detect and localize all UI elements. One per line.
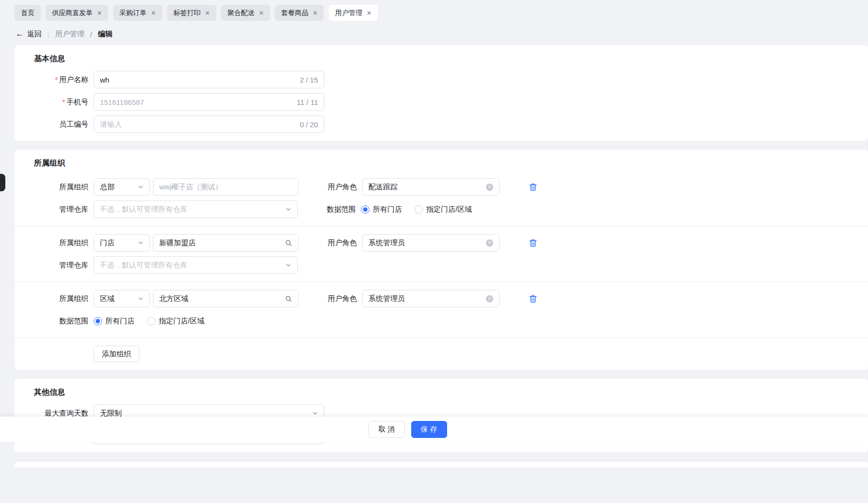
tab-bar: 首页 供应商直发单 ✕ 采购订单 ✕ 标签打印 ✕ 聚合配送 ✕ 套餐商品 ✕ … [0,0,868,23]
close-icon[interactable]: ✕ [151,10,156,16]
phone-label: *手机号 [15,98,88,107]
role-input[interactable]: 系统管理员 ✕ [362,290,500,307]
phone-row: *手机号 15161186587 11 / 11 [15,93,868,111]
section-title-basic-info: 基本信息 [15,52,868,66]
radio-unselected-icon [415,205,423,214]
breadcrumb-section[interactable]: 用户管理 [55,30,84,39]
radio-all-stores[interactable]: 所有门店 [361,205,402,214]
search-icon[interactable] [285,295,292,302]
required-mark: * [62,98,65,106]
warehouse-select[interactable]: 不选，默认可管理所有仓库 [94,256,298,274]
breadcrumb-separator: / [90,30,92,38]
tab-home[interactable]: 首页 [15,5,41,21]
username-row: *用户名称 wh 2 / 15 [15,71,868,88]
tab-purchase-order[interactable]: 采购订单 ✕ [113,5,162,21]
org-row: 所属组织 区域 北方区域 用户角色 系统管理员 ✕ [15,290,868,307]
org-row: 所属组织 总部 wwj椰子店（测试） 用户角色 配送跟踪 ✕ [15,178,868,196]
radio-label: 指定门店/区域 [426,205,472,214]
radio-unselected-icon [147,317,155,325]
add-org-button[interactable]: 添加组织 [94,346,139,362]
tab-label: 套餐商品 [281,9,308,17]
role-label: 用户角色 [299,294,357,303]
org-name-input[interactable]: 新疆加盟店 [153,234,299,252]
close-icon[interactable]: ✕ [367,10,371,16]
radio-label: 指定门店/区域 [159,317,204,326]
org-name-input[interactable]: 北方区域 [153,290,299,307]
org-label: 所属组织 [15,183,88,192]
clear-icon[interactable]: ✕ [486,184,493,191]
org-name-value: 新疆加盟店 [159,238,281,248]
partial-card-edge [15,461,868,468]
employee-no-counter: 0 / 20 [300,120,318,129]
role-value: 系统管理员 [368,238,482,248]
warehouse-placeholder: 不选，默认可管理所有仓库 [100,205,282,214]
org-type-value: 区域 [100,294,134,303]
back-arrow-icon: ← [16,29,24,39]
radio-label: 所有门店 [373,205,402,214]
add-org-row: 添加组织 [15,337,868,362]
radio-label: 所有门店 [105,317,134,326]
back-button[interactable]: ← 返回 [16,29,42,39]
chevron-down-icon [138,240,144,246]
breadcrumb-divider: | [48,30,50,38]
org-name-value: wwj椰子店（测试） [159,183,292,192]
tab-label: 标签打印 [173,9,200,17]
org-type-select[interactable]: 区域 [94,290,150,307]
basic-info-card: 基本信息 *用户名称 wh 2 / 15 *手机号 15161186587 11… [15,45,868,141]
breadcrumb-current: 编辑 [98,30,113,39]
phone-counter: 11 / 11 [297,98,318,106]
username-input[interactable]: wh 2 / 15 [94,71,324,88]
close-icon[interactable]: ✕ [313,10,317,16]
close-icon[interactable]: ✕ [259,10,264,16]
tab-label: 用户管理 [335,9,362,17]
org-name-value: 北方区域 [159,294,281,303]
org-type-select[interactable]: 总部 [94,178,150,196]
scope-label: 数据范围 [15,317,88,326]
clear-icon[interactable]: ✕ [486,295,493,302]
role-label: 用户角色 [299,238,357,248]
footer-action-bar: 取 消 保 存 [0,417,868,442]
tab-combo-product[interactable]: 套餐商品 ✕ [275,5,324,21]
delete-org-trash-icon[interactable] [529,238,537,248]
tab-label: 供应商直发单 [52,9,93,17]
drawer-handle[interactable] [0,174,5,191]
radio-specified-stores[interactable]: 指定门店/区域 [147,317,204,326]
save-button[interactable]: 保 存 [411,421,447,438]
search-icon[interactable] [285,239,292,247]
delete-org-trash-icon[interactable] [529,183,537,192]
warehouse-label: 管理仓库 [15,205,88,214]
required-mark: * [55,75,58,84]
cancel-button[interactable]: 取 消 [368,421,404,438]
phone-value: 15161186587 [100,98,292,106]
org-group-3: 所属组织 区域 北方区域 用户角色 系统管理员 ✕ 数据范围 所有门店 [15,282,868,337]
tab-label: 采购订单 [119,9,147,17]
close-icon[interactable]: ✕ [97,10,102,16]
role-input[interactable]: 配送跟踪 ✕ [362,178,500,196]
chevron-down-icon [285,262,291,268]
org-type-select[interactable]: 门店 [94,234,150,252]
tab-label: 聚合配送 [227,9,254,17]
scope-row: 数据范围 所有门店 指定门店/区域 [15,312,868,330]
tab-aggregate-delivery[interactable]: 聚合配送 ✕ [221,5,270,21]
tab-supplier-direct-order[interactable]: 供应商直发单 ✕ [46,5,108,21]
employee-no-input[interactable]: 请输入 0 / 20 [94,116,324,133]
org-label: 所属组织 [15,294,88,303]
clear-icon[interactable]: ✕ [486,239,493,247]
tab-user-management[interactable]: 用户管理 ✕ [329,5,378,21]
phone-input[interactable]: 15161186587 11 / 11 [94,93,324,111]
warehouse-label: 管理仓库 [15,261,88,270]
back-label: 返回 [27,30,42,39]
warehouse-select[interactable]: 不选，默认可管理所有仓库 [94,201,298,218]
close-icon[interactable]: ✕ [205,10,210,16]
org-name-input[interactable]: wwj椰子店（测试） [153,178,299,196]
radio-specified-stores[interactable]: 指定门店/区域 [415,205,472,214]
radio-all-stores[interactable]: 所有门店 [94,317,134,326]
tab-label-print[interactable]: 标签打印 ✕ [167,5,216,21]
warehouse-placeholder: 不选，默认可管理所有仓库 [100,261,282,270]
breadcrumb: ← 返回 | 用户管理 / 编辑 [0,23,868,45]
section-title-organization: 所属组织 [15,156,868,170]
org-group-2: 所属组织 门店 新疆加盟店 用户角色 系统管理员 ✕ 管理仓库 不选，默认可管理… [15,226,868,282]
role-label: 用户角色 [299,183,357,192]
role-input[interactable]: 系统管理员 ✕ [362,234,500,252]
delete-org-trash-icon[interactable] [529,294,537,303]
